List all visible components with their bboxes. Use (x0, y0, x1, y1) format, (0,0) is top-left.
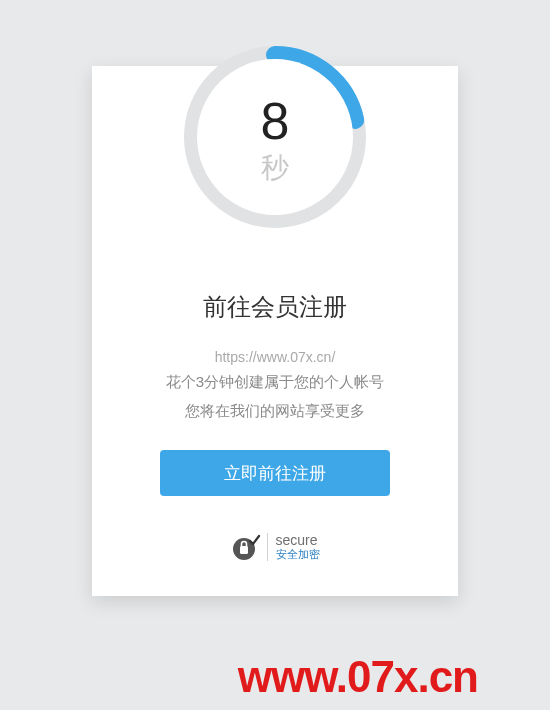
card-title: 前往会员注册 (122, 291, 428, 323)
registration-card: 8 秒 前往会员注册 https://www.07x.cn/ 花个3分钟创建属于… (92, 66, 458, 596)
countdown-number: 8 (261, 95, 290, 147)
secure-badge: secure 安全加密 (122, 532, 428, 562)
register-now-button[interactable]: 立即前往注册 (160, 450, 390, 496)
countdown-ring: 8 秒 (184, 46, 366, 228)
watermark-url: www.07x.cn (238, 652, 478, 702)
countdown-unit: 秒 (261, 149, 289, 187)
secure-label: secure (276, 533, 320, 548)
countdown-inner: 8 秒 (197, 59, 353, 215)
card-content: 前往会员注册 https://www.07x.cn/ 花个3分钟创建属于您的个人… (92, 261, 458, 562)
description-line-1: 花个3分钟创建属于您的个人帐号 (122, 371, 428, 394)
secure-sub: 安全加密 (276, 548, 320, 561)
lock-icon (231, 532, 261, 562)
target-url: https://www.07x.cn/ (122, 349, 428, 365)
secure-text: secure 安全加密 (267, 533, 320, 562)
svg-rect-2 (240, 546, 248, 554)
description-line-2: 您将在我们的网站享受更多 (122, 400, 428, 423)
